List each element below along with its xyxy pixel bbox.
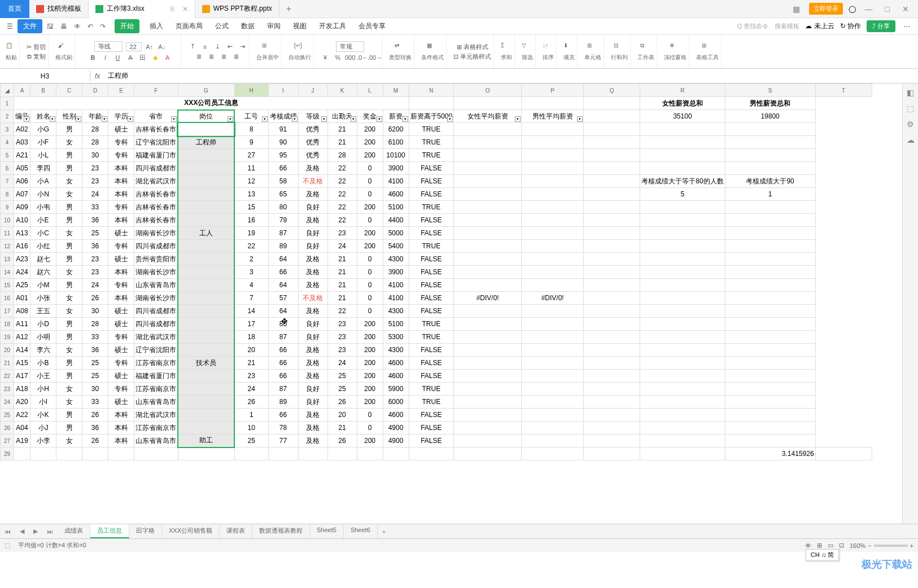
cell[interactable]: 0 <box>357 188 383 201</box>
filter-dropdown-icon[interactable]: ▾ <box>447 116 453 122</box>
cut-button[interactable]: ✂ 剪切 <box>27 43 46 51</box>
cell[interactable]: 小K <box>30 409 56 422</box>
cell[interactable]: 5400 <box>383 240 409 253</box>
file-menu[interactable]: 文件 <box>18 19 42 33</box>
cell[interactable]: TRUE <box>409 123 454 136</box>
cell[interactable]: FALSE <box>409 214 454 227</box>
filter-dropdown-icon[interactable]: ▾ <box>228 116 233 122</box>
cell[interactable]: FALSE <box>409 162 454 175</box>
cell[interactable]: 3.1415926 <box>725 447 815 460</box>
cell[interactable]: 辽宁省沈阳市 <box>134 136 178 149</box>
cell[interactable]: 女 <box>56 344 82 357</box>
cond-format-button[interactable]: ▦条件格式 <box>421 42 444 62</box>
col-header[interactable]: E <box>108 84 134 97</box>
cell[interactable]: 36 <box>82 240 108 253</box>
cell[interactable]: 本科 <box>108 266 134 279</box>
justify-icon[interactable]: ≣ <box>231 52 241 62</box>
view-eye-icon[interactable]: 👁 <box>805 542 811 549</box>
cell[interactable]: 男 <box>56 357 82 370</box>
align-bot-icon[interactable]: ⤓ <box>213 42 222 51</box>
cell[interactable]: 77 <box>268 435 298 447</box>
cell[interactable]: 89 <box>268 240 298 253</box>
cell[interactable]: 男 <box>56 253 82 266</box>
align-center-icon[interactable]: ≣ <box>207 52 216 62</box>
cell[interactable]: 21 <box>327 422 357 435</box>
avatar-icon[interactable]: ◯ <box>849 5 856 13</box>
more-icon[interactable]: ⋯ <box>901 23 912 30</box>
cell[interactable]: 吉林省长春市 <box>134 123 178 136</box>
cell[interactable]: 硕士 <box>108 253 134 266</box>
sidebar-property-icon[interactable]: ⚙ <box>907 120 914 129</box>
cell[interactable]: 26 <box>82 409 108 422</box>
cell[interactable]: 25 <box>327 383 357 396</box>
cell[interactable]: 27 <box>234 149 268 162</box>
cell[interactable]: 90 <box>268 136 298 149</box>
cell[interactable]: 小王 <box>30 370 56 383</box>
col-header[interactable]: A <box>14 84 30 97</box>
cell[interactable] <box>178 175 234 188</box>
sheet-tab[interactable]: Sheet6 <box>344 524 378 538</box>
tab-pin-icon[interactable]: ⎘ <box>171 5 174 13</box>
cell[interactable]: 赵六 <box>30 266 56 279</box>
cell[interactable]: 200 <box>357 123 383 136</box>
cell[interactable]: 男 <box>56 162 82 175</box>
cell[interactable]: 女 <box>56 396 82 409</box>
col-header[interactable]: K <box>327 84 357 97</box>
cell[interactable]: 0 <box>357 162 383 175</box>
cell[interactable]: 25 <box>82 357 108 370</box>
cell[interactable]: A09 <box>14 201 30 214</box>
cell-button[interactable]: ⊞单元格 <box>584 42 601 62</box>
freeze-button[interactable]: ❄冻结窗格 <box>664 42 687 62</box>
sheet-tab[interactable]: XXX公司销售额 <box>162 524 220 538</box>
cell[interactable]: 21 <box>327 279 357 292</box>
cell[interactable]: 小韦 <box>30 201 56 214</box>
cell[interactable]: 9 <box>234 136 268 149</box>
cell[interactable]: 及格 <box>298 214 327 227</box>
cell[interactable]: A14 <box>14 344 30 357</box>
cell[interactable]: 200 <box>357 149 383 162</box>
cell[interactable]: 33 <box>82 331 108 344</box>
spreadsheet-grid[interactable]: ◢ABCDEFGHIJKLMNOPQRST1XXX公司员工信息女性薪资总和男性薪… <box>0 84 872 460</box>
cell[interactable]: 山东省青岛市 <box>134 279 178 292</box>
cell[interactable]: 21 <box>327 266 357 279</box>
cell[interactable]: 贵州省贵阳市 <box>134 253 178 266</box>
cell[interactable]: 湖北省武汉市 <box>134 175 178 188</box>
cell[interactable]: 吉林省长春市 <box>134 188 178 201</box>
cell[interactable]: 女 <box>56 188 82 201</box>
cell[interactable]: 男 <box>56 331 82 344</box>
cell[interactable]: 0 <box>357 214 383 227</box>
cell[interactable]: 小张 <box>30 292 56 305</box>
col-header[interactable]: L <box>357 84 383 97</box>
col-header[interactable]: B <box>30 84 56 97</box>
font-name-select[interactable]: 等线 <box>94 41 123 52</box>
cell[interactable]: 良好 <box>298 318 327 331</box>
decrease-font-icon[interactable]: A↓ <box>158 42 167 51</box>
dec-dec-icon[interactable]: .00→ <box>370 53 379 62</box>
cell[interactable]: 22 <box>327 201 357 214</box>
align-right-icon[interactable]: ≣ <box>219 52 228 62</box>
cell[interactable]: FALSE <box>409 227 454 240</box>
cell[interactable]: A11 <box>14 318 30 331</box>
cell[interactable]: 87 <box>268 383 298 396</box>
cell[interactable]: 64 <box>268 279 298 292</box>
merge-center-button[interactable]: ⊞合并居中 <box>256 42 279 62</box>
cell[interactable]: A13 <box>14 227 30 240</box>
cell[interactable]: 良好 <box>298 201 327 214</box>
column-header-cell[interactable]: 等级▾ <box>298 110 327 123</box>
cell[interactable]: 200 <box>357 136 383 149</box>
cell[interactable]: 硕士 <box>108 370 134 383</box>
cell[interactable]: 20 <box>327 409 357 422</box>
cell[interactable]: FALSE <box>409 188 454 201</box>
cell[interactable]: 及格 <box>298 435 327 447</box>
filter-dropdown-icon[interactable]: ▾ <box>351 116 356 122</box>
cell[interactable]: 及格 <box>298 162 327 175</box>
cell[interactable]: 17 <box>234 318 268 331</box>
filter-dropdown-icon[interactable]: ▾ <box>50 116 55 122</box>
close-button[interactable]: ✕ <box>899 5 912 14</box>
currency-icon[interactable]: ¥ <box>321 53 330 62</box>
table-format-button[interactable]: ⊞ 表格样式 <box>457 43 488 51</box>
cell[interactable]: 4400 <box>383 214 409 227</box>
name-box[interactable]: H3 <box>0 71 90 82</box>
cell[interactable]: 87 <box>268 331 298 344</box>
view-break-icon[interactable]: ⊡ <box>839 542 844 549</box>
